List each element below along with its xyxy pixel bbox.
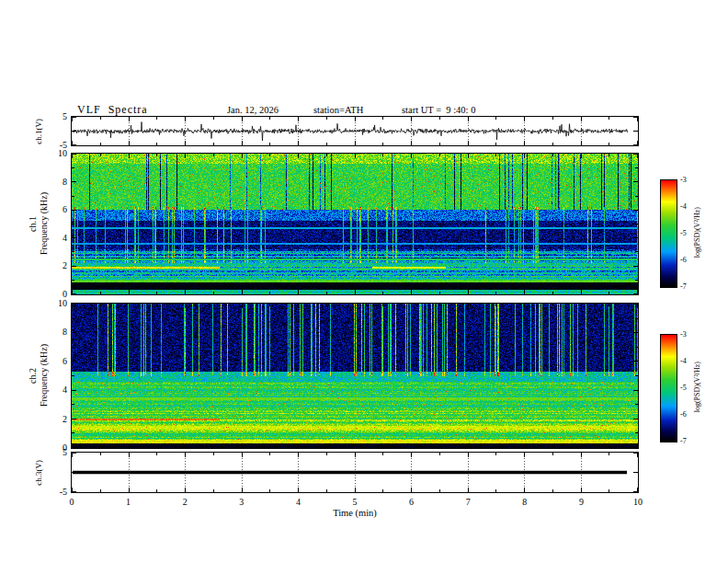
y-tick-label: 10 — [58, 149, 67, 158]
ch2-spectrogram-ylabel-line2: Frequency (kHz) — [40, 344, 50, 407]
colorbar-tick-label: -5 — [680, 230, 687, 237]
ch2-colorbar-label: log(PSD)(V²/Hz) — [691, 334, 704, 441]
colorbar-tick-label: -4 — [680, 358, 687, 365]
ch1-spectrogram-ylabel-line1: ch.1 — [28, 216, 39, 232]
x-tick-label: 9 — [579, 498, 584, 507]
ch2-spectrogram-panel — [71, 303, 639, 449]
colorbar-tick-label: -3 — [680, 331, 687, 339]
colorbar-tick-label: -7 — [680, 283, 687, 291]
y-tick-label: 6 — [63, 357, 67, 366]
ch2-spectrogram-ylabel: ch.2 Frequency (kHz) — [26, 304, 51, 448]
ch1-waveform-ylabel: ch.1(V) — [31, 117, 48, 145]
colorbar-tick-label: -6 — [680, 257, 687, 264]
plot-start-time: start UT = 9 :40: 0 — [402, 105, 475, 115]
ch3-waveform-ylabel-text: ch.3(V) — [35, 460, 43, 486]
ch1-waveform-panel — [71, 116, 639, 146]
x-tick-label: 8 — [522, 498, 527, 507]
ch2-colorbar-label-text: log(PSD)(V²/Hz) — [694, 362, 701, 412]
colorbar-tick-label: -7 — [680, 438, 687, 445]
y-tick-label: 10 — [58, 299, 67, 308]
plot-station: station=ATH — [313, 105, 363, 115]
ch1-colorbar-label-text: log(PSD)(V²/Hz) — [694, 207, 701, 258]
ch2-spectrogram-ylabel-line1: ch.2 — [28, 368, 39, 384]
x-tick-label: 4 — [296, 498, 301, 507]
plot-title: VLF Spectra — [77, 103, 148, 117]
y-tick-label: -5 — [60, 488, 67, 497]
y-tick-label: 4 — [63, 385, 67, 395]
y-tick-label: 2 — [63, 415, 67, 424]
time-axis-label: Time (min) — [333, 508, 377, 518]
colorbar-tick-label: -5 — [680, 385, 687, 392]
y-tick-label: 8 — [63, 327, 67, 337]
x-tick-label: 10 — [633, 498, 643, 507]
x-tick-label: 3 — [239, 498, 244, 507]
colorbar-tick-label: -4 — [680, 203, 687, 211]
y-tick-label: 5 — [63, 112, 67, 121]
y-tick-label: 4 — [63, 234, 67, 243]
x-tick-label: 1 — [126, 498, 131, 507]
ch1-spectrogram-panel — [71, 153, 639, 295]
x-tick-label: 2 — [183, 498, 188, 507]
ch2-colorbar — [660, 334, 677, 442]
x-tick-label: 7 — [466, 498, 471, 507]
vlf-spectra-figure: VLF Spectra Jan. 12, 2026 station=ATH st… — [0, 0, 728, 563]
ch3-waveform-ylabel: ch.3(V) — [31, 453, 48, 492]
y-tick-label: 5 — [63, 448, 67, 457]
colorbar-tick-label: -3 — [680, 177, 687, 184]
ch1-spectrogram-ylabel: ch.1 Frequency (kHz) — [26, 154, 51, 294]
ch1-waveform-ylabel-text: ch.1(V) — [35, 119, 43, 144]
x-tick-label: 5 — [353, 498, 358, 507]
ch1-spectrogram-ylabel-line2: Frequency (kHz) — [40, 192, 50, 255]
ch3-waveform-panel — [71, 452, 639, 493]
plot-date: Jan. 12, 2026 — [227, 105, 279, 115]
y-tick-label: 8 — [63, 178, 67, 187]
y-tick-label: 2 — [63, 261, 67, 270]
ch1-colorbar — [660, 179, 677, 288]
x-tick-label: 6 — [409, 498, 414, 507]
y-tick-label: 6 — [63, 205, 67, 214]
colorbar-tick-label: -6 — [680, 411, 687, 419]
ch1-colorbar-label: log(PSD)(V²/Hz) — [691, 179, 704, 286]
x-tick-label: 0 — [70, 498, 74, 507]
